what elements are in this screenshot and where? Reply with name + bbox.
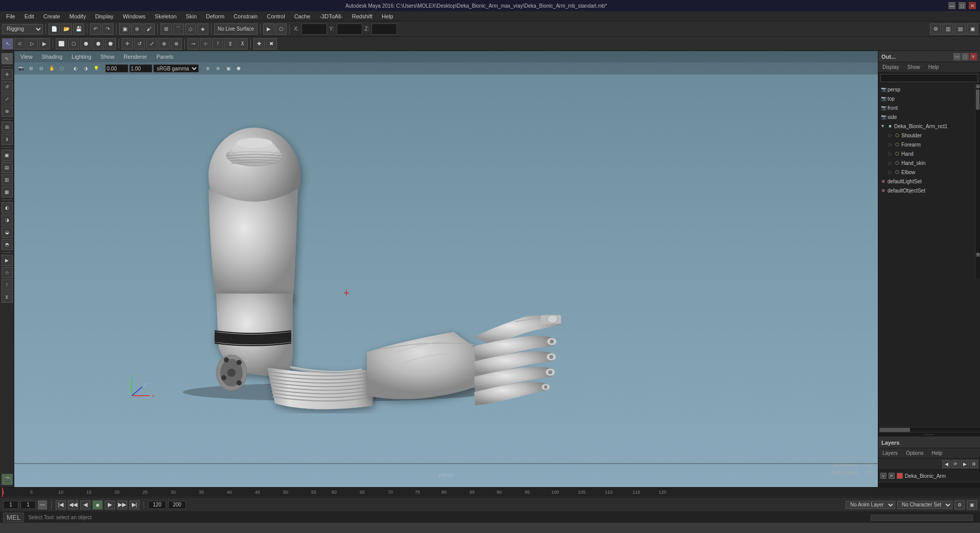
left-display3-button[interactable]: ▥ <box>2 174 13 185</box>
vp-gamma-select[interactable]: sRGB gamma <box>153 64 199 72</box>
snap-point-button[interactable]: ◇ <box>185 23 196 35</box>
layer-item-deka[interactable]: V P Deka_Bionic_Arm <box>878 471 980 481</box>
anim-layer-select[interactable]: No Anim Layer <box>846 501 895 509</box>
menu-edit[interactable]: Edit <box>20 12 38 20</box>
layer-tab-options[interactable]: Options <box>904 449 925 457</box>
menu-skeleton[interactable]: Skeleton <box>151 12 181 20</box>
left-manip-button[interactable]: ⊕ <box>2 106 13 117</box>
outliner-scroll-down[interactable]: ▼ <box>976 253 980 257</box>
toggle1-button[interactable]: ▥ <box>942 23 953 35</box>
save-file-button[interactable]: 💾 <box>73 23 84 35</box>
menu-3dtoa[interactable]: -3DToAll- <box>315 12 346 20</box>
y-input[interactable] <box>337 23 362 35</box>
new-file-button[interactable]: 📄 <box>49 23 60 35</box>
tree-item-hand[interactable]: ▷ ⬡ Hand <box>878 149 980 158</box>
tree-item-lightset[interactable]: ⊕ defaultLightSet <box>878 177 980 186</box>
char-set-select[interactable]: No Character Set <box>897 501 952 509</box>
menu-help[interactable]: Help <box>378 12 398 20</box>
tree-item-deka-group[interactable]: ▼ ■ Deka_Bionic_Arm_nct1 <box>878 122 980 131</box>
bind-skin-button[interactable]: ⊻ <box>224 38 236 50</box>
vp-shaded-icon[interactable]: ◐ <box>71 64 80 73</box>
layer-playback-toggle[interactable]: P <box>889 473 895 479</box>
left-snap-button[interactable]: ⊞ <box>2 122 13 133</box>
left-scale-button[interactable]: ⤢ <box>2 93 13 105</box>
tree-item-side[interactable]: 📷 side <box>878 112 980 122</box>
vp-sync-icon[interactable]: ⊗ <box>214 64 223 73</box>
menu-create[interactable]: Create <box>39 12 64 20</box>
close-button[interactable]: ✕ <box>969 2 976 9</box>
tree-item-top[interactable]: 📷 top <box>878 94 980 103</box>
go-to-end-button[interactable]: ▶| <box>129 500 139 510</box>
left-display4-button[interactable]: ▦ <box>2 186 13 198</box>
left-display1-button[interactable]: ▣ <box>2 150 13 161</box>
ik-spline-button[interactable]: ⊺ <box>212 38 223 50</box>
render-button[interactable]: ▶ <box>263 23 274 35</box>
tree-item-shoulder[interactable]: ▷ ⬡ Shoulder <box>878 131 980 140</box>
move-tool-button[interactable]: ✛ <box>122 38 133 50</box>
anim-settings-button[interactable]: ⚙ <box>954 500 965 510</box>
left-anim2-button[interactable]: ⊹ <box>2 267 13 278</box>
panel-resize-handle[interactable] <box>924 434 935 435</box>
toggle2-button[interactable]: ▤ <box>954 23 966 35</box>
vp-menu-shading[interactable]: Shading <box>38 53 66 61</box>
maximize-button[interactable]: □ <box>959 2 966 9</box>
x-input[interactable] <box>301 23 327 35</box>
left-render-button[interactable]: 🎬 <box>2 474 13 485</box>
left-anim4-button[interactable]: ⊻ <box>2 292 13 303</box>
mask-btn4[interactable]: ⬢ <box>92 38 104 50</box>
snap-grid-button[interactable]: ⊞ <box>160 23 172 35</box>
vp-value2-input[interactable] <box>129 64 152 72</box>
outliner-scroll-up[interactable]: ▲ <box>976 84 980 88</box>
vp-menu-renderer[interactable]: Renderer <box>120 53 151 61</box>
custom-tool-button[interactable]: ⊗ <box>171 38 182 50</box>
layer-color-swatch[interactable] <box>897 473 903 479</box>
go-to-start-button[interactable]: |◀ <box>56 500 66 510</box>
outliner-vscrollbar[interactable]: ▲ ▼ <box>975 84 980 278</box>
component-select-button[interactable]: ▷ <box>27 38 38 50</box>
menu-constrain[interactable]: Constrain <box>229 12 262 20</box>
tree-item-persp[interactable]: 📷 persp <box>878 85 980 94</box>
outliner-scroll-thumb[interactable] <box>879 428 910 432</box>
menu-windows[interactable]: Windows <box>119 12 150 20</box>
z-input[interactable] <box>371 23 397 35</box>
select-tool-button[interactable]: ↖ <box>2 38 13 50</box>
mode-select[interactable]: Rigging <box>2 24 43 34</box>
vp-wireframe-icon[interactable]: ⬡ <box>57 64 66 73</box>
vp-hud-icon[interactable]: ▣ <box>224 64 233 73</box>
layer-back-button[interactable]: ◀ <box>942 460 950 468</box>
viewport[interactable]: View Shading Lighting Show Renderer Pane… <box>14 51 878 487</box>
mask-btn2[interactable]: ⬡ <box>68 38 79 50</box>
layer-scrollbar-h[interactable] <box>878 482 980 487</box>
vp-home-icon[interactable]: ⊞ <box>27 64 36 73</box>
universal-manip-button[interactable]: ⊕ <box>158 38 170 50</box>
frame-display-input[interactable] <box>20 501 36 509</box>
scale-tool-button[interactable]: ⤢ <box>146 38 157 50</box>
current-frame-input[interactable] <box>3 501 18 509</box>
left-anim3-button[interactable]: ⊺ <box>2 279 13 290</box>
tree-item-forearm[interactable]: ▷ ⬡ Forearm <box>878 140 980 149</box>
minimize-button[interactable]: — <box>948 2 955 9</box>
layer-tab-help[interactable]: Help <box>929 449 944 457</box>
stop-button[interactable]: ■ <box>92 500 103 510</box>
tree-item-objectset[interactable]: ⊕ defaultObjectSet <box>878 186 980 195</box>
vp-menu-panels[interactable]: Panels <box>152 53 178 61</box>
vp-textured-icon[interactable]: ◑ <box>81 64 90 73</box>
obj-select-button[interactable]: ▶ <box>39 38 50 50</box>
vp-cam-icon[interactable]: 📷 <box>16 64 26 73</box>
step-back-button[interactable]: ◀◀ <box>68 500 78 510</box>
snap-surface-button[interactable]: ◈ <box>197 23 208 35</box>
left-display2-button[interactable]: ▤ <box>2 162 13 173</box>
step-forward-button[interactable]: ▶▶ <box>117 500 127 510</box>
outliner-tab-display[interactable]: Display <box>880 63 901 71</box>
vp-light-icon[interactable]: 💡 <box>91 64 101 73</box>
vp-isolate-icon[interactable]: ⬢ <box>234 64 243 73</box>
menu-control[interactable]: Control <box>263 12 289 20</box>
timeline-playhead[interactable] <box>2 488 3 497</box>
anim-extra-button[interactable]: ▣ <box>967 500 977 510</box>
lasso-select-button[interactable]: ⊕ <box>131 23 143 35</box>
left-tool3-button[interactable]: ◒ <box>2 227 13 238</box>
outliner-close-button[interactable]: ✕ <box>970 53 977 60</box>
settings-button[interactable]: ⚙ <box>930 23 941 35</box>
outliner-scroll-thumb-v[interactable] <box>976 89 979 110</box>
plus-button[interactable]: ✚ <box>253 38 265 50</box>
